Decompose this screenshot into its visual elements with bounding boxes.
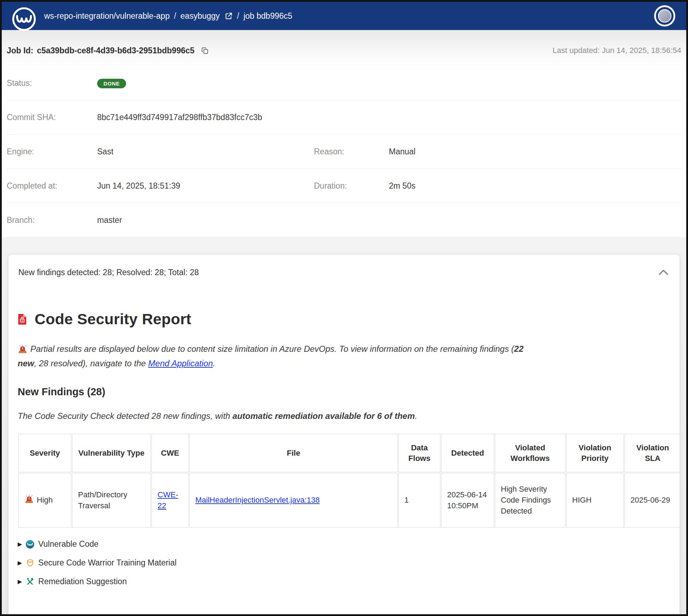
branch-row: Branch: master bbox=[7, 203, 681, 237]
status-badge: DONE bbox=[97, 79, 126, 88]
status-label: Status: bbox=[7, 78, 97, 88]
branch-label: Branch: bbox=[7, 215, 97, 225]
engine-label: Engine: bbox=[7, 147, 97, 156]
user-avatar[interactable] bbox=[658, 9, 671, 23]
violation-priority-cell: HIGH bbox=[566, 473, 624, 527]
col-header-cwe: CWE bbox=[152, 434, 189, 472]
mend-logo-icon bbox=[12, 7, 36, 31]
col-header-violation-priority: Violation Priority bbox=[566, 434, 624, 472]
findings-summary-text: New findings detected: 28; Resolved: 28;… bbox=[18, 268, 199, 277]
breadcrumb-separator: / bbox=[237, 11, 239, 21]
detected-line-pre: The Code Security Check detected 28 new … bbox=[18, 411, 232, 421]
data-flows-cell: 1 bbox=[398, 473, 440, 527]
reason-label: Reason: bbox=[314, 147, 389, 156]
page: ws-repo-integration/vulnerable-app / eas… bbox=[0, 0, 688, 616]
completed-duration-row: Completed at: Jun 14, 2025, 18:51:39 Dur… bbox=[7, 169, 681, 203]
remediation-suggestion-toggle[interactable]: ▶ Remediation Suggestion bbox=[18, 576, 670, 587]
findings-table: Severity Vulnerability Type CWE File Dat… bbox=[18, 433, 680, 528]
secure-code-warrior-toggle[interactable]: ▶ Secure Code Warrior Training Material bbox=[18, 558, 670, 568]
commit-sha-label: Commit SHA: bbox=[7, 113, 97, 122]
vulnerable-code-label: Vulnerable Code bbox=[38, 539, 99, 549]
findings-panel: New findings detected: 28; Resolved: 28;… bbox=[8, 254, 680, 614]
status-row: Status: DONE bbox=[7, 66, 681, 100]
breadcrumb: ws-repo-integration/vulnerable-app / eas… bbox=[44, 11, 292, 21]
expand-triangle-icon: ▶ bbox=[18, 541, 22, 547]
report-title-text: Code Security Report bbox=[35, 310, 191, 328]
col-header-vulnerability-type: Vulnerability Type bbox=[72, 434, 151, 472]
report-title: Code Security Report bbox=[18, 310, 670, 328]
violated-workflows-cell: High Severity Code Findings Detected bbox=[501, 484, 551, 516]
chevron-up-icon[interactable] bbox=[657, 268, 670, 277]
finding-detail-toggles: ▶ Vul bbox=[18, 539, 670, 587]
completed-at-label: Completed at: bbox=[7, 181, 97, 191]
breadcrumb-repo[interactable]: ws-repo-integration/vulnerable-app bbox=[44, 11, 170, 21]
col-header-data-flows: Data Flows bbox=[398, 434, 440, 472]
mend-wave-icon bbox=[25, 540, 35, 549]
last-updated: Last updated: Jun 14, 2025, 18:56:54 bbox=[552, 46, 681, 55]
shield-icon bbox=[25, 559, 35, 567]
expand-triangle-icon: ▶ bbox=[18, 579, 22, 585]
code-security-report: Code Security Report bbox=[8, 310, 680, 587]
external-link-icon[interactable] bbox=[225, 12, 233, 20]
high-severity-alert-icon bbox=[24, 494, 34, 507]
vulnerable-code-toggle[interactable]: ▶ Vul bbox=[18, 539, 670, 550]
table-header-row: Severity Vulnerability Type CWE File Dat… bbox=[18, 434, 680, 472]
file-link[interactable]: MailHeaderInjectionServlet.java:138 bbox=[195, 496, 320, 504]
duration-label: Duration: bbox=[314, 181, 389, 191]
col-header-violated-workflows: Violated Workflows bbox=[495, 434, 565, 472]
partial-results-notice: Partial results are displayed below due … bbox=[18, 343, 540, 370]
detected-summary-line: The Code Security Check detected 28 new … bbox=[18, 411, 670, 421]
duration-value: 2m 50s bbox=[389, 181, 681, 191]
job-id-row: Job Id: c5a39bdb-ce8f-4d39-b6d3-2951bdb9… bbox=[7, 30, 681, 66]
new-findings-heading: New Findings (28) bbox=[18, 386, 670, 398]
col-header-violation-sla: Violation SLA bbox=[624, 434, 680, 472]
breadcrumb-separator: / bbox=[174, 11, 176, 21]
col-header-file: File bbox=[189, 434, 398, 472]
remediation-suggestion-label: Remediation Suggestion bbox=[38, 577, 127, 586]
table-row: High Path/Directory Traversal CWE-22 Mai… bbox=[18, 473, 680, 527]
secure-code-warrior-label: Secure Code Warrior Training Material bbox=[38, 558, 177, 568]
commit-sha-value: 8bc71e449ff3d749917af298ffb37bd83fcc7c3b bbox=[97, 113, 314, 122]
commit-row: Commit SHA: 8bc71e449ff3d749917af298ffb3… bbox=[7, 100, 681, 134]
detected-line-bold: automatic remediation available for 6 of… bbox=[232, 411, 415, 421]
tools-icon bbox=[25, 578, 35, 586]
findings-panel-zone: New findings detected: 28; Resolved: 28;… bbox=[2, 237, 686, 614]
notice-text-mid: , 28 resolved), navigate to the bbox=[34, 359, 148, 368]
breadcrumb-job: job bdb996c5 bbox=[243, 11, 292, 21]
engine-value: Sast bbox=[97, 147, 314, 156]
col-header-detected: Detected bbox=[441, 434, 494, 472]
detected-cell: 2025-06-14 10:50PM bbox=[441, 473, 494, 527]
col-header-severity: Severity bbox=[18, 434, 71, 472]
findings-summary-toggle[interactable]: New findings detected: 28; Resolved: 28;… bbox=[8, 255, 680, 290]
alert-light-icon bbox=[18, 344, 28, 357]
job-id-value: c5a39bdb-ce8f-4d39-b6d3-2951bdb996c5 bbox=[37, 46, 194, 55]
reason-value: Manual bbox=[389, 147, 681, 156]
job-id: Job Id: c5a39bdb-ce8f-4d39-b6d3-2951bdb9… bbox=[7, 46, 210, 55]
notice-text-pre: Partial results are displayed below due … bbox=[30, 344, 514, 354]
mend-application-link[interactable]: Mend Application bbox=[148, 359, 213, 368]
job-id-label: Job Id: bbox=[7, 46, 33, 55]
top-navigation-bar: ws-repo-integration/vulnerable-app / eas… bbox=[2, 2, 686, 30]
detected-line-post: . bbox=[415, 411, 417, 421]
severity-value: High bbox=[37, 495, 53, 506]
expand-triangle-icon: ▶ bbox=[18, 560, 22, 566]
vulnerability-type-cell: Path/Directory Traversal bbox=[72, 473, 151, 527]
cwe-link[interactable]: CWE-22 bbox=[158, 490, 178, 510]
branch-value: master bbox=[97, 215, 314, 225]
job-details-section: Job Id: c5a39bdb-ce8f-4d39-b6d3-2951bdb9… bbox=[2, 30, 686, 237]
copy-job-id-button[interactable] bbox=[200, 46, 210, 55]
lock-document-icon bbox=[18, 311, 27, 327]
engine-reason-row: Engine: Sast Reason: Manual bbox=[7, 135, 681, 168]
breadcrumb-project-link[interactable]: easybuggy bbox=[180, 11, 220, 21]
completed-at-value: Jun 14, 2025, 18:51:39 bbox=[97, 181, 314, 191]
notice-text-post: . bbox=[213, 359, 215, 368]
violation-sla-cell: 2025-06-29 bbox=[624, 473, 680, 527]
